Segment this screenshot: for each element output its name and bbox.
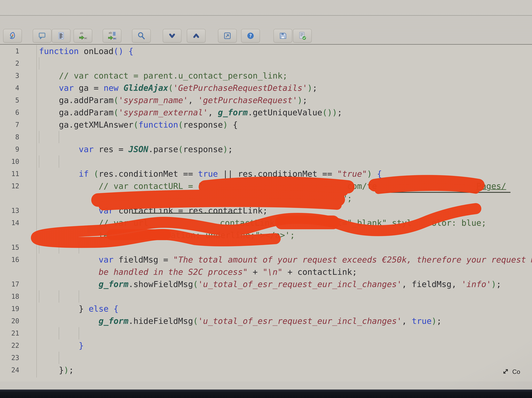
- code-text[interactable]: ga.getXMLAnswer(function(response) {: [37, 119, 532, 131]
- line-number: [0, 229, 37, 241]
- code-text[interactable]: });: [37, 364, 532, 376]
- code-line-8: 8: [0, 131, 532, 143]
- code-token: ";: [342, 194, 352, 203]
- code-text[interactable]: g_form.showFieldMsg('u_total_of_esr_requ…: [37, 278, 532, 290]
- open-in-new-window-button[interactable]: [218, 29, 237, 43]
- code-token: contactLink: [220, 218, 275, 228]
- code-token: "\n": [263, 267, 283, 277]
- code-token: (: [133, 120, 138, 130]
- code-token: // var url: [99, 218, 148, 228]
- code-token: "The total amount of your request exceed…: [173, 255, 532, 265]
- code-token: function: [39, 46, 79, 56]
- code-line-23: 23: [0, 352, 532, 364]
- code-token: 'getPurchaseRequest': [198, 95, 298, 105]
- svg-text:ab: ab: [109, 31, 112, 34]
- code-token: t="_blank" styl: [337, 218, 412, 228]
- code-text[interactable]: var fieldMsg = "The total amount of your…: [37, 253, 532, 266]
- code-line-12: 12// var contactURL = "com/tePages/: [0, 180, 532, 192]
- code-text[interactable]: [37, 352, 532, 364]
- save-button[interactable]: [273, 29, 292, 43]
- code-text[interactable]: [37, 327, 532, 339]
- code-line-10: 10: [0, 155, 532, 168]
- code-token: }: [59, 365, 64, 375]
- code-text[interactable]: [37, 155, 532, 168]
- code-text[interactable]: ga.addParam('sysparm_name', 'getPurchase…: [37, 94, 532, 106]
- code-text[interactable]: [37, 131, 532, 143]
- svg-text:ab: ab: [80, 32, 83, 34]
- search-icon: [137, 31, 146, 40]
- code-text[interactable]: }: [37, 339, 532, 352]
- code-line-5: 5ga.addParam('sysparm_name', 'getPurchas…: [0, 94, 532, 106]
- line-number: 14: [0, 217, 37, 229]
- code-text[interactable]: [37, 57, 532, 69]
- replace-button[interactable]: abac: [74, 29, 92, 43]
- code-line-1: 1function onLoad() {: [0, 45, 532, 57]
- code-token: if: [79, 169, 89, 179]
- code-token: 'sysparm_external': [119, 108, 208, 117]
- indent-guide: [39, 241, 39, 253]
- code-token: te: [99, 230, 108, 240]
- code-token: +: [248, 267, 263, 277]
- code-text[interactable]: if (res.conditionMet == true || res.cond…: [37, 168, 532, 180]
- code-token: ;: [312, 83, 317, 93]
- code-text[interactable]: [37, 241, 532, 253]
- code-text[interactable]: [37, 290, 532, 303]
- code-text[interactable]: teation: underline;"></a>';: [37, 229, 532, 241]
- find-previous-button[interactable]: [187, 29, 205, 43]
- resize-grip-icon[interactable]: [502, 368, 509, 376]
- code-text[interactable]: ";: [37, 192, 532, 204]
- code-token: true: [198, 169, 218, 179]
- code-token: else: [89, 304, 108, 314]
- code-text[interactable]: ga.addParam('sysparm_external', g_form.g…: [37, 106, 532, 119]
- toolbar-bottom-line: [0, 44, 532, 44]
- code-text[interactable]: var contactLink = res.contactLink;: [37, 204, 532, 217]
- code-text[interactable]: g_form.hideFieldMsg('u_total_of_esr_requ…: [37, 315, 532, 327]
- code-text[interactable]: // var contactURL = "com/tePages/: [37, 180, 532, 192]
- code-token: (: [178, 145, 183, 154]
- find-next-button[interactable]: [163, 29, 181, 43]
- bottom-right-text: Co: [512, 368, 520, 375]
- code-editor[interactable]: 1function onLoad() {23// var contact = p…: [0, 45, 532, 381]
- code-token: contactLink = res.contactLink;: [114, 206, 268, 215]
- code-token: ): [491, 279, 496, 289]
- svg-text:ac: ac: [113, 37, 116, 40]
- code-token: 'sysparm_name': [119, 95, 188, 105]
- code-token: new: [104, 83, 119, 93]
- code-text[interactable]: // var contact = parent.u_contact_person…: [37, 69, 532, 82]
- code-token: 'GetPurchaseRequestDetails': [173, 83, 307, 93]
- line-number: 16: [0, 253, 37, 266]
- code-token: ): [64, 365, 69, 375]
- code-line-20: 20g_form.hideFieldMsg('u_total_of_esr_re…: [0, 315, 532, 327]
- code-text[interactable]: function onLoad() {: [37, 45, 532, 57]
- line-number: 9: [0, 143, 37, 155]
- code-text[interactable]: } else {: [37, 303, 532, 315]
- code-token: {: [108, 304, 119, 314]
- document-lines-button[interactable]: [52, 29, 70, 43]
- code-token: response: [183, 120, 223, 130]
- line-number: 18: [0, 290, 37, 303]
- code-text[interactable]: be handled in the S2C process" + "\n" + …: [37, 266, 532, 278]
- help-button[interactable]: ?: [241, 29, 260, 43]
- line-number: 24: [0, 364, 37, 376]
- code-text[interactable]: var res = JSON.parse(response);: [37, 143, 532, 155]
- code-text[interactable]: var ga = new GlideAjax('GetPurchaseReque…: [37, 82, 532, 94]
- line-number: 2: [0, 57, 37, 69]
- code-token: , fieldMsg,: [402, 279, 461, 289]
- code-token: ): [298, 95, 302, 105]
- replace-all-button[interactable]: abac: [103, 29, 121, 43]
- code-token: (: [114, 108, 118, 117]
- code-token: ,: [208, 108, 218, 117]
- code-token: .hideFieldMsg: [128, 316, 193, 326]
- line-number: 7: [0, 119, 37, 131]
- code-token: var: [79, 145, 94, 154]
- toggle-comment-button[interactable]: [33, 29, 51, 43]
- monitor-bezel: [0, 390, 532, 398]
- format-code-button[interactable]: [3, 29, 22, 43]
- code-text[interactable]: // var urlcontactLinkt="_blank" stylolor…: [37, 217, 532, 229]
- syntax-check-button[interactable]: [293, 29, 312, 43]
- code-token: 'u_total_of_esr_request_eur_incl_changes…: [198, 279, 402, 289]
- line-number: 20: [0, 315, 37, 327]
- chevron-up-icon: [192, 32, 201, 40]
- code-token: // var contact = parent.u_contact_person…: [59, 71, 287, 81]
- search-button[interactable]: [132, 29, 151, 43]
